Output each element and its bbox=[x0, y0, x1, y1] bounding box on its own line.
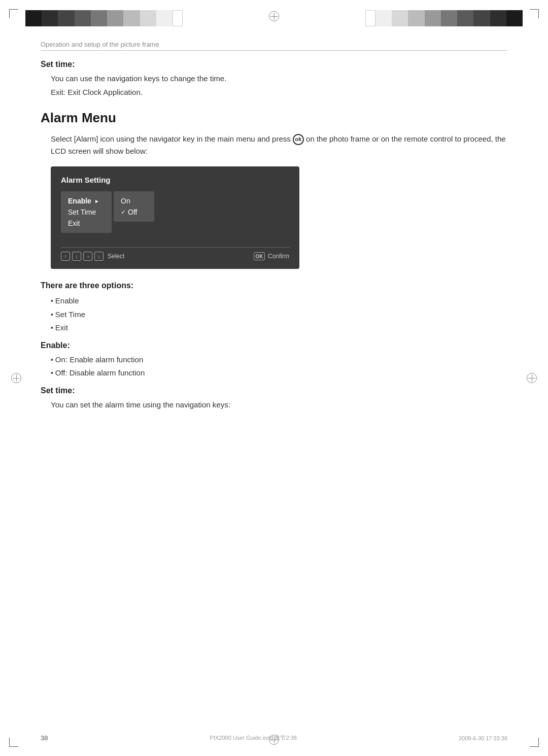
set-time-heading: Set time: bbox=[41, 60, 507, 69]
exit-label: Exit bbox=[68, 219, 80, 227]
enable-label: Enable bbox=[68, 197, 91, 205]
enable-list: On: Enable alarm function Off: Disable a… bbox=[51, 354, 507, 379]
set-time-line1: You can use the navigation keys to chang… bbox=[51, 73, 507, 85]
option-settime: Set Time bbox=[51, 309, 507, 321]
lcd-footer: ↑ ↓ → ↓ Select OK Confirm bbox=[61, 247, 289, 261]
header-color-bars-right bbox=[365, 10, 523, 26]
footer-filename: PIX2000 User Guide.indd 章节2:38 bbox=[210, 734, 297, 742]
nav-btn-left: ↓ bbox=[94, 252, 104, 261]
page-number: 38 bbox=[41, 734, 48, 742]
lcd-screen: Alarm Setting Enable ► Set Time Exit On bbox=[51, 166, 299, 269]
select-label: Select bbox=[108, 253, 124, 260]
lcd-footer-left: ↑ ↓ → ↓ Select bbox=[61, 252, 124, 261]
corner-mark-bl bbox=[9, 738, 18, 747]
left-crosshair bbox=[11, 373, 21, 383]
option-enable: Enable bbox=[51, 295, 507, 307]
enable-off: Off: Disable alarm function bbox=[51, 367, 507, 379]
options-list: Enable Set Time Exit bbox=[51, 295, 507, 334]
nav-btn-right: → bbox=[83, 252, 92, 261]
alarm-intro-text: Select [Alarm] icon using the navigator … bbox=[51, 133, 507, 157]
lcd-title: Alarm Setting bbox=[61, 176, 289, 184]
lcd-sub-off: ✓ Off bbox=[121, 207, 147, 218]
lcd-menu-left: Enable ► Set Time Exit bbox=[61, 191, 112, 233]
lcd-menu-item-settime: Set Time bbox=[68, 207, 105, 218]
enable-on: On: Enable alarm function bbox=[51, 354, 507, 366]
corner-mark-br bbox=[530, 738, 539, 747]
corner-mark-tl bbox=[9, 9, 18, 18]
enable-arrow: ► bbox=[94, 198, 99, 204]
three-options-heading: There are three options: bbox=[41, 281, 507, 290]
set-time-heading2: Set time: bbox=[41, 386, 507, 395]
nav-btn-up: ↑ bbox=[61, 252, 70, 261]
ok-icon-inline: ok bbox=[293, 134, 304, 145]
ok-btn: OK bbox=[254, 252, 265, 260]
corner-mark-tr bbox=[530, 9, 539, 18]
lcd-footer-right: OK Confirm bbox=[254, 252, 289, 260]
on-label: On bbox=[121, 197, 130, 205]
settime-label: Set Time bbox=[68, 208, 96, 216]
set-time-line2: Exit: Exit Clock Application. bbox=[51, 87, 507, 98]
confirm-label: Confirm bbox=[268, 253, 289, 260]
top-crosshair bbox=[269, 11, 279, 21]
footer-datetime: 2009-6-30 17:33:36 bbox=[459, 735, 507, 741]
section-header: Operation and setup of the picture frame bbox=[41, 41, 507, 51]
off-label: Off bbox=[128, 208, 137, 216]
set-time-text2: You can set the alarm time using the nav… bbox=[51, 399, 507, 411]
lcd-submenu: On ✓ Off bbox=[114, 191, 154, 222]
lcd-menu-item-exit: Exit bbox=[68, 218, 105, 229]
page-content: Operation and setup of the picture frame… bbox=[41, 41, 507, 726]
header-color-bars-left bbox=[25, 10, 183, 26]
lcd-menu-area: Enable ► Set Time Exit On ✓ Off bbox=[61, 191, 289, 233]
page-footer: 38 PIX2000 User Guide.indd 章节2:38 2009-6… bbox=[41, 734, 507, 742]
right-crosshair bbox=[527, 373, 537, 383]
check-mark: ✓ bbox=[121, 209, 126, 216]
lcd-menu-item-enable: Enable ► bbox=[68, 195, 105, 207]
alarm-menu-heading: Alarm Menu bbox=[41, 110, 507, 126]
nav-btn-down: ↓ bbox=[72, 252, 81, 261]
option-exit: Exit bbox=[51, 322, 507, 334]
enable-heading: Enable: bbox=[41, 341, 507, 350]
lcd-sub-on: On bbox=[121, 195, 147, 207]
